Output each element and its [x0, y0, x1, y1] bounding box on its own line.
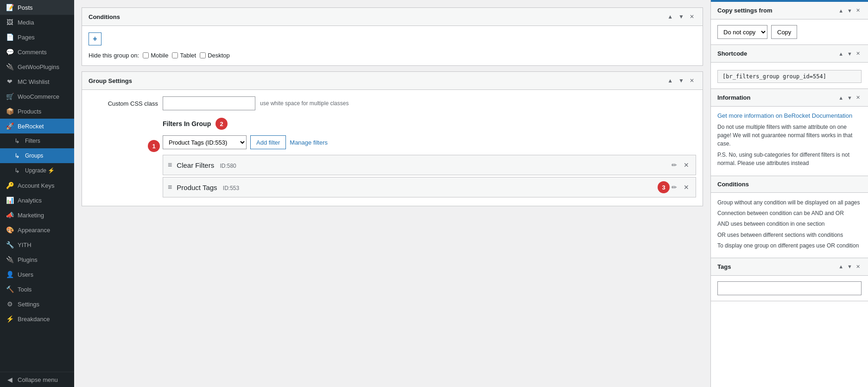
group-settings-close-btn[interactable]: ✕: [688, 76, 696, 85]
hide-tablet-checkbox[interactable]: [172, 52, 178, 58]
hide-desktop-checkbox[interactable]: [200, 52, 206, 58]
filter-edit-btn-product-tags[interactable]: ✏: [670, 182, 679, 193]
copy-settings-up-btn[interactable]: ▲: [837, 6, 845, 14]
css-class-input[interactable]: [163, 96, 255, 110]
shortcode-up-btn[interactable]: ▲: [837, 50, 845, 57]
filter-edit-btn-clear-filters[interactable]: ✏: [670, 159, 679, 171]
group-settings-collapse-up-btn[interactable]: ▲: [665, 76, 675, 85]
copy-settings-down-btn[interactable]: ▼: [846, 6, 854, 14]
information-close-btn[interactable]: ✕: [855, 94, 862, 102]
sidebar-item-pages[interactable]: 📄 Pages: [0, 30, 74, 44]
shortcode-close-btn[interactable]: ✕: [855, 50, 862, 57]
appearance-icon: 🎨: [6, 226, 14, 234]
badge-2: 2: [215, 118, 228, 130]
manage-filters-link[interactable]: Manage filters: [290, 139, 328, 146]
conditions-panel-title: Conditions: [89, 13, 120, 20]
info-link[interactable]: Get more information on BeRocket Documen…: [717, 112, 852, 119]
conditions-close-btn[interactable]: ✕: [688, 13, 696, 21]
filter-select[interactable]: Product Tags (ID:553): [163, 135, 247, 149]
drag-handle-product-tags[interactable]: ≡: [168, 183, 172, 191]
sidebar-item-users[interactable]: 👤 Users: [0, 267, 74, 282]
filter-remove-btn-clear-filters[interactable]: ✕: [682, 159, 691, 171]
filter-row-clear-filters: ≡ Clear Filters ID:580 ✏ ✕: [163, 155, 696, 175]
conditions-collapse-down-btn[interactable]: ▼: [677, 13, 686, 21]
sidebar-item-marketing[interactable]: 📣 Marketing: [0, 208, 74, 222]
sidebar-item-filters[interactable]: ↳ Filters: [0, 133, 74, 148]
plugins-icon: 🔌: [6, 256, 14, 263]
add-filter-button[interactable]: Add filter: [250, 135, 286, 149]
information-panel: Information ▲ ▼ ✕ Get more information o…: [711, 89, 868, 176]
copy-from-select[interactable]: Do not copy: [717, 25, 767, 39]
sidebar-item-tools[interactable]: 🔨 Tools: [0, 282, 74, 297]
css-class-row: Custom CSS class use white space for mul…: [89, 96, 696, 110]
filters-in-group-header: Filters In Group 2: [163, 118, 696, 130]
tags-up-btn[interactable]: ▲: [837, 263, 845, 271]
sidebar-item-comments[interactable]: 💬 Comments: [0, 44, 74, 59]
users-icon: 👤: [6, 271, 14, 278]
filters-controls: 1 Product Tags (ID:553) Add filter Manag…: [163, 135, 696, 149]
tags-down-btn[interactable]: ▼: [846, 263, 854, 271]
sidebar-item-breakdance[interactable]: ⚡ Breakdance: [0, 311, 74, 326]
shortcode-header: Shortcode ▲ ▼ ✕: [711, 45, 868, 63]
conditions-panel-header: Conditions ▲ ▼ ✕: [82, 8, 703, 26]
getwoo-icon: 🔌: [6, 63, 14, 70]
conditions-collapse-up-btn[interactable]: ▲: [665, 13, 675, 21]
conditions-info-title: Conditions: [717, 181, 749, 188]
sidebar-item-upgrade[interactable]: ↳ Upgrade ⚡: [0, 163, 74, 178]
sidebar-item-mcwishlist[interactable]: ❤ MC Wishlist: [0, 74, 74, 89]
sidebar-item-plugins[interactable]: 🔌 Plugins: [0, 252, 74, 267]
sidebar-item-analytics[interactable]: 📊 Analytics: [0, 193, 74, 208]
hide-group-row: Hide this group on: Mobile Tablet Deskto…: [89, 52, 696, 59]
tags-input[interactable]: [717, 281, 862, 295]
information-body: Get more information on BeRocket Documen…: [711, 107, 868, 176]
tools-icon: 🔨: [6, 285, 14, 293]
sidebar-item-woocommerce[interactable]: 🛒 WooCommerce: [0, 89, 74, 104]
tags-panel: Tags ▲ ▼ ✕: [711, 258, 868, 301]
conditions-info-header: Conditions: [711, 176, 868, 193]
filter-row-name-product-tags: Product Tags ID:553: [177, 184, 670, 191]
hide-desktop-label[interactable]: Desktop: [200, 52, 230, 59]
shortcode-down-btn[interactable]: ▼: [846, 50, 854, 57]
shortcode-controls: ▲ ▼ ✕: [837, 50, 862, 57]
sidebar-item-settings[interactable]: ⚙ Settings: [0, 297, 74, 311]
copy-settings-body: Do not copy Copy: [711, 19, 868, 44]
group-settings-header-controls: ▲ ▼ ✕: [665, 76, 696, 85]
sidebar-item-groups[interactable]: ↳ Groups: [0, 148, 74, 163]
information-title: Information: [717, 94, 751, 101]
group-settings-collapse-down-btn[interactable]: ▼: [677, 76, 686, 85]
yith-icon: 🔧: [6, 241, 14, 248]
copy-button[interactable]: Copy: [771, 25, 797, 39]
conditions-info-body: Group without any condition will be disp…: [711, 193, 868, 258]
hide-mobile-checkbox[interactable]: [143, 52, 149, 58]
conditions-info-p5: To display one group on different pages …: [717, 241, 862, 250]
sidebar-item-posts[interactable]: 📝 Posts: [0, 0, 74, 15]
information-down-btn[interactable]: ▼: [846, 94, 854, 102]
hide-mobile-label[interactable]: Mobile: [143, 52, 168, 59]
filter-remove-btn-product-tags[interactable]: ✕: [682, 182, 691, 193]
sidebar-item-media[interactable]: 🖼 Media: [0, 15, 74, 30]
conditions-add-button[interactable]: +: [89, 32, 101, 45]
copy-settings-controls: ▲ ▼ ✕: [837, 6, 862, 14]
main-wrapper: Conditions ▲ ▼ ✕ + Hide this group on: M…: [74, 0, 868, 387]
sidebar-item-berocket[interactable]: 🚀 BeRocket: [0, 119, 74, 133]
sidebar-collapse[interactable]: ◀ Collapse menu: [0, 372, 74, 387]
hide-tablet-label[interactable]: Tablet: [172, 52, 196, 59]
conditions-info-panel: Conditions Group without any condition w…: [711, 176, 868, 258]
shortcode-title: Shortcode: [717, 50, 747, 57]
hide-group-label: Hide this group on:: [89, 52, 139, 59]
group-settings-panel-body: Custom CSS class use white space for mul…: [82, 90, 703, 206]
conditions-header-controls: ▲ ▼ ✕: [665, 13, 696, 21]
badge-3: 3: [658, 181, 670, 193]
copy-settings-close-btn[interactable]: ✕: [855, 6, 862, 14]
sidebar-item-account-keys[interactable]: 🔑 Account Keys: [0, 178, 74, 193]
sidebar-item-yith[interactable]: 🔧 YITH: [0, 237, 74, 252]
filter-row-actions-clear-filters: ✏ ✕: [670, 159, 691, 171]
sidebar-item-getwoo[interactable]: 🔌 GetWooPlugins: [0, 59, 74, 74]
sidebar-item-products[interactable]: 📦 Products: [0, 104, 74, 119]
tags-close-btn[interactable]: ✕: [855, 263, 862, 271]
sidebar-item-appearance[interactable]: 🎨 Appearance: [0, 222, 74, 237]
shortcode-body: [br_filters_group group_id=554]: [711, 63, 868, 89]
information-up-btn[interactable]: ▲: [837, 94, 845, 102]
drag-handle-clear-filters[interactable]: ≡: [168, 161, 172, 169]
filter-row-actions-product-tags: ✏ ✕: [670, 182, 691, 193]
